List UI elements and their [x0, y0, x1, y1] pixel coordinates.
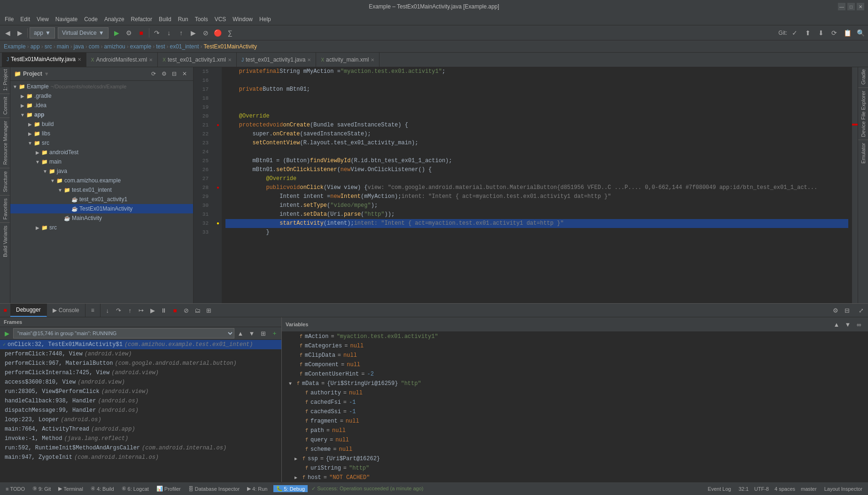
- step-over-btn[interactable]: ↷: [151, 27, 163, 39]
- code-area[interactable]: 15 16 17 18 19 20 21 22 23 24 25 26 27 2…: [194, 67, 858, 303]
- stop-btn[interactable]: ■: [136, 27, 147, 39]
- var-mcategories[interactable]: ▶ f mCategories = null: [282, 341, 868, 351]
- breadcrumb-src[interactable]: src: [45, 43, 52, 50]
- frame-item-runtimeinit[interactable]: run:592, RuntimeInit$MethodAndArgsCaller…: [0, 443, 281, 453]
- menu-vcs[interactable]: VCS: [212, 15, 229, 24]
- step-out-debug-btn[interactable]: ↑: [125, 305, 135, 315]
- menu-navigate[interactable]: Navigate: [53, 15, 80, 24]
- tree-src[interactable]: ▼ 📁 src: [10, 138, 193, 148]
- favorites-tab[interactable]: Favorites: [1, 196, 9, 221]
- menu-file[interactable]: File: [2, 15, 16, 24]
- tree-app[interactable]: ▼ 📁 app: [10, 110, 193, 119]
- frame-item-zygoteinit[interactable]: main:947, ZygoteInit (com.android.intern…: [0, 453, 281, 462]
- frame-item-performclick2[interactable]: performClick:967, MaterialButton (com.go…: [0, 359, 281, 368]
- minimize-btn[interactable]: —: [838, 3, 845, 10]
- git-history-btn[interactable]: 📋: [842, 27, 853, 39]
- build-status-btn[interactable]: ④ 4: Build: [89, 485, 116, 492]
- step-resume-btn[interactable]: ▶: [188, 27, 199, 39]
- breadcrumb-mainactivity[interactable]: TestEx01MainActivity: [204, 43, 257, 50]
- tree-androidtest[interactable]: ▶ 📁 androidTest: [10, 148, 193, 157]
- settings-debug-btn[interactable]: ⚙: [830, 305, 841, 315]
- tab-manifest[interactable]: X AndroidManifest.xml ✕: [86, 53, 158, 67]
- tab-activity1xml[interactable]: X test_ex01_activity1.xml ✕: [158, 53, 237, 67]
- var-host[interactable]: ▶ f host = "NOT CACHED": [282, 473, 868, 482]
- expand-debug-btn[interactable]: ⤢: [856, 305, 866, 315]
- step-out-btn[interactable]: ↑: [176, 27, 187, 39]
- frame-item-run[interactable]: run:28305, View$PerformClick (android.vi…: [0, 387, 281, 396]
- frame-item-onclick[interactable]: ✓ onClick:32, TestEx01MainActivity$1 (co…: [0, 340, 281, 349]
- logcat-btn[interactable]: ⑥ 6: Logcat: [120, 485, 151, 492]
- var-scheme[interactable]: ▶ f scheme = null: [282, 445, 868, 454]
- maximize-btn[interactable]: □: [847, 3, 855, 10]
- tree-package[interactable]: ▼ 📁 com.amizhou.example: [10, 176, 193, 185]
- collapse-all-btn[interactable]: ⊟: [170, 69, 179, 79]
- var-authority[interactable]: ▶ f authority = null: [282, 388, 868, 398]
- frame-item-performclickinternal[interactable]: performClickInternal:7425, View (android…: [0, 368, 281, 377]
- vars-more-btn[interactable]: ∞: [854, 319, 864, 330]
- search-everywhere-btn[interactable]: 🔍: [855, 27, 866, 39]
- gradle-tab[interactable]: Gradle: [860, 67, 867, 86]
- close-btn[interactable]: ✕: [857, 3, 864, 10]
- tree-idea[interactable]: ▶ 📁 .idea: [10, 101, 193, 110]
- frame-item-invoke[interactable]: invoke:-1, Method (java.lang.reflect): [0, 434, 281, 443]
- menu-refactor[interactable]: Refactor: [128, 15, 155, 24]
- tree-test-package[interactable]: ▼ 📁 test.ex01_intent: [10, 185, 193, 195]
- tree-src2[interactable]: ▶ 📁 src: [10, 223, 193, 232]
- menu-tools[interactable]: Tools: [192, 15, 211, 24]
- frame-item-performclick[interactable]: performClick:7448, View (android.view): [0, 349, 281, 359]
- back-btn[interactable]: ◀: [2, 27, 13, 39]
- run-status-btn[interactable]: ▶ 4: Run: [245, 485, 269, 492]
- menu-run[interactable]: Run: [175, 15, 191, 24]
- git-push-btn[interactable]: ⟳: [829, 27, 840, 39]
- frame-item-loop[interactable]: loop:223, Looper (android.os): [0, 415, 281, 424]
- var-mcontentuserhint[interactable]: ▶ f mContentUserHint = -2: [282, 369, 868, 379]
- breadcrumb-example2[interactable]: example: [130, 43, 151, 50]
- git-update-btn[interactable]: ✓: [789, 27, 800, 39]
- project-tab[interactable]: 1: Project: [1, 67, 9, 93]
- add-watch-btn[interactable]: ＋: [269, 328, 279, 338]
- mute-bp-btn[interactable]: ⊘: [200, 27, 211, 39]
- layout-inspector-btn[interactable]: Layout Inspector: [822, 486, 864, 492]
- git-status-btn[interactable]: ⑨ 9: Git: [31, 485, 53, 492]
- breadcrumb-test[interactable]: test: [156, 43, 165, 50]
- menu-window[interactable]: Window: [230, 15, 256, 24]
- tree-test-activity1[interactable]: ▶ ☕ test_ex01_activity1: [10, 195, 193, 204]
- var-mclipdata[interactable]: ▶ f mClipData = null: [282, 351, 868, 360]
- breadcrumb-amizhou[interactable]: amizhou: [104, 43, 125, 50]
- close-panel-btn[interactable]: ✕: [180, 69, 189, 79]
- run-btn[interactable]: ▶: [111, 27, 123, 39]
- database-inspector-btn[interactable]: 🗄 Database Inspector: [186, 486, 241, 492]
- breadcrumb-intent[interactable]: ex01_intent: [170, 43, 199, 50]
- menu-build[interactable]: Build: [156, 15, 174, 24]
- tree-test-mainactivity[interactable]: ▶ ☕ TestEx01MainActivity: [10, 204, 193, 213]
- tab-manifest-close[interactable]: ✕: [149, 57, 153, 63]
- layout-debug-btn[interactable]: ⊟: [842, 305, 852, 315]
- device-file-explorer-tab[interactable]: Device File Explorer: [860, 89, 867, 139]
- var-query[interactable]: ▶ f query = null: [282, 435, 868, 445]
- git-commit-btn[interactable]: ⬆: [802, 27, 814, 39]
- breadcrumb-example[interactable]: Example: [4, 43, 26, 50]
- event-log-btn[interactable]: Event Log: [706, 486, 733, 492]
- resume-debug-btn[interactable]: ▶: [147, 305, 158, 315]
- tree-gradle[interactable]: ▶ 📁 .gradle: [10, 91, 193, 101]
- menu-view[interactable]: View: [34, 15, 52, 24]
- debugger-tab[interactable]: Debugger: [10, 304, 47, 317]
- menu-help[interactable]: Help: [256, 15, 274, 24]
- breadcrumb-app[interactable]: app: [31, 43, 40, 50]
- tab-mainactivity[interactable]: J TestEx01MainActivity.java ✕: [2, 53, 86, 67]
- menu-edit[interactable]: Edit: [17, 15, 33, 24]
- debug-run-btn[interactable]: ⚙: [124, 27, 135, 39]
- var-cachedssi[interactable]: ▶ f cachedSsi = -1: [282, 407, 868, 416]
- step-over-debug-btn[interactable]: ↷: [114, 305, 124, 315]
- var-cachedfsi[interactable]: ▶ f cachedFsi = -1: [282, 398, 868, 407]
- memory-tab[interactable]: ≡: [85, 304, 101, 317]
- thread-up-btn[interactable]: ▲: [235, 328, 246, 338]
- eval-expr-btn[interactable]: ∑: [225, 27, 236, 39]
- console-tab[interactable]: ▶ Console: [47, 304, 85, 317]
- thread-down-btn[interactable]: ▼: [247, 328, 257, 338]
- bp-21[interactable]: ●: [214, 121, 222, 130]
- step-into-debug-btn[interactable]: ↓: [102, 305, 113, 315]
- stop-debug-btn[interactable]: ■: [170, 305, 180, 315]
- emulator-tab[interactable]: Emulator: [860, 141, 867, 165]
- profiler-btn[interactable]: 📊 Profiler: [155, 485, 183, 492]
